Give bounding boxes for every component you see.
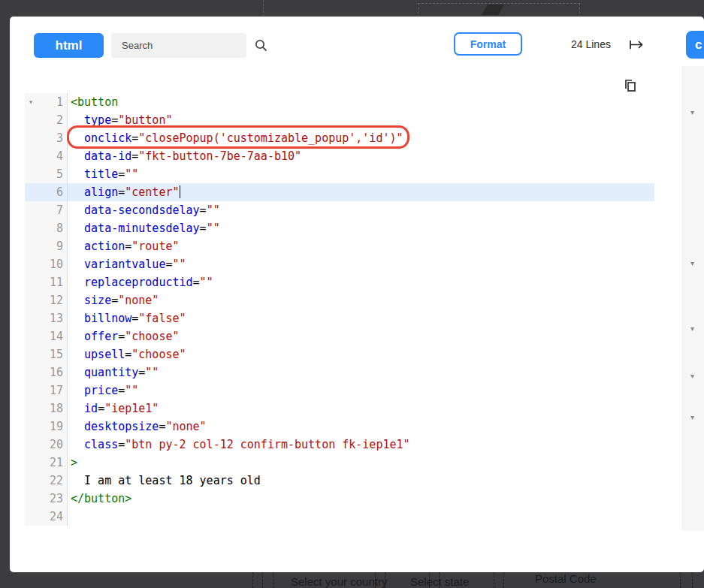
- code-text: I am at least 18 years old: [68, 472, 261, 490]
- line-number: 10: [50, 258, 63, 271]
- code-line[interactable]: 14 offer="choose": [25, 327, 654, 345]
- format-button[interactable]: Format: [454, 32, 522, 56]
- copy-icon[interactable]: [623, 78, 638, 93]
- code-text: action="route": [68, 237, 180, 255]
- code-line[interactable]: 8 data-minutesdelay="": [25, 219, 654, 237]
- gutter-cell: 5: [25, 165, 68, 183]
- code-text: quantity="": [68, 363, 159, 381]
- backdrop-element-outline: [494, 572, 494, 588]
- search-input[interactable]: [111, 40, 254, 51]
- line-number: 16: [50, 366, 63, 379]
- gutter-cell: ▾1: [25, 93, 68, 111]
- code-line[interactable]: 12 size="none": [25, 291, 654, 309]
- gutter-cell: 23: [25, 490, 68, 508]
- code-line[interactable]: 17 price="": [25, 381, 654, 400]
- line-number: 22: [50, 474, 63, 487]
- code-line[interactable]: 4 data-id="fkt-button-7be-7aa-b10": [25, 147, 654, 165]
- gutter-cell: 14: [25, 327, 68, 345]
- code-lines: ▾1<button2 type="button"3 onclick="close…: [25, 93, 654, 526]
- fold-marker-icon[interactable]: ▾: [690, 414, 694, 421]
- code-text: price="": [68, 381, 138, 400]
- fold-marker-icon[interactable]: ▾: [690, 325, 694, 333]
- gutter-cell: 13: [25, 309, 68, 327]
- line-number: 18: [50, 402, 63, 415]
- state-select-label: Select state: [410, 575, 469, 588]
- postal-code-label: Postal Code: [535, 572, 597, 585]
- line-number: 7: [56, 204, 63, 217]
- code-line[interactable]: 16 quantity="": [25, 363, 654, 381]
- code-line[interactable]: 13 billnow="false": [25, 309, 654, 327]
- code-line[interactable]: 19 desktopsize="none": [25, 418, 654, 436]
- line-count-label: 24 Lines: [571, 38, 611, 50]
- code-text: onclick="closePopup('customizable_popup'…: [68, 129, 403, 147]
- gutter-cell: 12: [25, 291, 68, 309]
- fold-marker-icon[interactable]: ▾: [690, 372, 694, 380]
- gutter-cell: 16: [25, 363, 68, 381]
- code-line[interactable]: 24: [25, 508, 654, 526]
- code-text: upsell="choose": [68, 345, 186, 363]
- gutter-cell: 21: [25, 454, 68, 472]
- line-number: 4: [56, 149, 63, 163]
- text-cursor: [180, 185, 181, 198]
- wrap-arrow-icon[interactable]: [628, 39, 645, 50]
- backdrop-element-outline: [263, 0, 264, 17]
- fold-toggle-icon[interactable]: ▾: [29, 93, 33, 111]
- line-number: 9: [56, 240, 63, 253]
- gutter-cell: 7: [25, 201, 68, 219]
- fold-marker-icon[interactable]: ▾: [690, 109, 694, 116]
- code-line[interactable]: 21>: [25, 454, 654, 472]
- gutter-cell: 8: [25, 219, 68, 237]
- code-editor-modal: html Format 24 Lines c ▾1<button2 type="…: [10, 17, 704, 572]
- code-line[interactable]: 22 I am at least 18 years old: [25, 472, 654, 490]
- gutter-cell: 3: [25, 129, 68, 147]
- code-text: data-secondsdelay="": [68, 201, 220, 219]
- gutter-cell: 9: [25, 237, 68, 255]
- code-line[interactable]: 15 upsell="choose": [25, 345, 654, 363]
- gutter-cell: 11: [25, 273, 68, 291]
- code-text: billnow="false": [68, 309, 186, 327]
- backdrop-element-outline: [439, 572, 440, 588]
- gutter-cell: 20: [25, 436, 68, 454]
- line-number: 5: [56, 167, 63, 181]
- backdrop-element-outline: [375, 572, 376, 588]
- code-line[interactable]: 23</button>: [25, 490, 654, 508]
- line-number: 1: [56, 95, 63, 109]
- code-text: offer="choose": [68, 327, 180, 345]
- code-line[interactable]: 18 id="iep1e1": [25, 400, 654, 418]
- code-text: replaceproductid="": [68, 273, 213, 291]
- secondary-language-badge[interactable]: c: [686, 31, 704, 59]
- code-line[interactable]: 10 variantvalue="": [25, 255, 654, 273]
- line-number: 15: [50, 348, 63, 361]
- screen: Select your country Select state Postal …: [0, 0, 704, 588]
- line-number: 3: [56, 131, 63, 145]
- line-number: 14: [50, 330, 63, 343]
- code-editor[interactable]: ▾1<button2 type="button"3 onclick="close…: [25, 69, 654, 533]
- html-language-badge[interactable]: html: [34, 33, 104, 58]
- fold-marker-icon[interactable]: ▾: [690, 260, 694, 267]
- line-number: 8: [56, 222, 63, 235]
- backdrop-element-outline: [262, 572, 263, 588]
- backdrop-element-outline: [429, 572, 430, 588]
- line-number: 17: [50, 384, 63, 397]
- line-number: 24: [50, 510, 63, 523]
- code-line[interactable]: 5 title="": [25, 165, 654, 183]
- code-text: <button: [68, 93, 118, 111]
- gutter-cell: 17: [25, 381, 68, 400]
- code-line[interactable]: 9 action="route": [25, 237, 654, 255]
- code-text: class="btn py-2 col-12 confirm-button fk…: [68, 436, 410, 454]
- gutter-cell: 22: [25, 472, 68, 490]
- backdrop-element-outline: [692, 572, 693, 588]
- right-strip: ▾▾▾▾▾: [681, 66, 704, 531]
- code-text: align="center": [68, 183, 180, 201]
- code-line[interactable]: 3 onclick="closePopup('customizable_popu…: [25, 129, 654, 147]
- gutter-cell: 2: [25, 111, 68, 129]
- backdrop-form-row: Select your country Select state Postal …: [0, 572, 704, 588]
- code-line[interactable]: 2 type="button": [25, 111, 654, 129]
- gutter-cell: 6: [25, 183, 68, 201]
- code-line[interactable]: 6 align="center": [25, 183, 654, 201]
- code-line[interactable]: ▾1<button: [25, 93, 654, 111]
- code-line[interactable]: 7 data-secondsdelay="": [25, 201, 654, 219]
- code-line[interactable]: 20 class="btn py-2 col-12 confirm-button…: [25, 436, 654, 454]
- code-line[interactable]: 11 replaceproductid="": [25, 273, 654, 291]
- backdrop-element-outline: [385, 572, 385, 588]
